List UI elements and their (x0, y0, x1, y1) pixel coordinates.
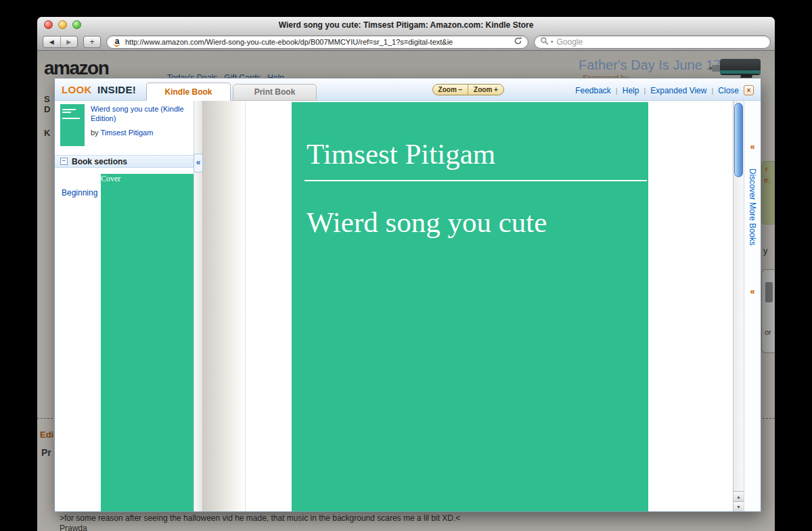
search-input[interactable] (556, 37, 765, 47)
back-button[interactable]: ◀ (43, 37, 60, 47)
cover-rule (304, 180, 647, 181)
search-bar[interactable]: ▾ (534, 35, 771, 49)
section-link-beginning[interactable]: Beginning (62, 188, 97, 198)
reading-pane: Timsest Pitigam Wierd song you cute (203, 101, 733, 511)
window-controls (44, 20, 81, 29)
book-title-link[interactable]: Wierd song you cute (Kindle Edition) (91, 105, 189, 124)
separator: | (711, 87, 713, 95)
forward-button[interactable]: ▶ (60, 37, 78, 47)
minimize-window-button[interactable] (58, 20, 67, 29)
author-link[interactable]: Timsest Pitigam (100, 129, 153, 137)
page-edge-shading (203, 101, 245, 511)
collapse-sections-icon[interactable]: − (60, 158, 68, 165)
expand-discover-icon[interactable]: « (744, 141, 761, 152)
zoom-controls: Zoom − Zoom + (432, 84, 504, 95)
add-bookmark-button[interactable]: + (83, 36, 101, 48)
separator: | (644, 87, 646, 95)
expand-discover-icon[interactable]: « (744, 286, 761, 296)
close-window-button[interactable] (44, 20, 53, 29)
inside-label: INSIDE! (97, 84, 136, 95)
history-nav: ◀ ▶ (43, 36, 78, 48)
zoom-window-button[interactable] (72, 20, 81, 29)
cover-author-text: Timsest Pitigam (307, 137, 648, 170)
tab-print-book[interactable]: Print Book (233, 84, 317, 101)
scroll-up-button[interactable]: ▲ (734, 491, 744, 501)
book-cover-thumbnail[interactable] (60, 104, 85, 146)
separator: | (616, 87, 618, 95)
zoom-in-button[interactable]: Zoom + (468, 85, 503, 95)
book-cover-image: Timsest Pitigam Wierd song you cute (292, 102, 648, 511)
expanded-view-link[interactable]: Expanded View (650, 86, 706, 95)
cover-title-text: Wierd song you cute (307, 206, 648, 239)
address-bar[interactable]: a (106, 35, 528, 49)
scroll-down-button[interactable]: ▼ (734, 501, 744, 511)
book-sections-header[interactable]: − Book sections (55, 155, 194, 168)
help-link[interactable]: Help (623, 86, 639, 95)
amazon-favicon-icon: a (112, 37, 122, 47)
discover-more-books-tab[interactable]: « Discover More Books « (744, 101, 761, 511)
look-inside-logo: LOOK INSIDE! (62, 84, 136, 95)
tab-kindle-book[interactable]: Kindle Book (146, 83, 231, 101)
window-title: Wierd song you cute: Timsest Pitigam: Am… (125, 20, 687, 30)
close-reader-icon[interactable]: × (744, 85, 754, 95)
discover-more-books-label: Discover More Books (748, 168, 757, 246)
reader-scrollbar[interactable]: ▲ ▼ (733, 101, 744, 511)
search-icon (540, 36, 549, 48)
scrollbar-thumb[interactable] (734, 103, 743, 177)
browser-chrome: Wierd song you cute: Timsest Pitigam: Am… (37, 17, 775, 51)
collapse-sidebar-button[interactable]: « (194, 154, 203, 172)
refresh-icon[interactable] (514, 36, 522, 48)
reader-links: Feedback | Help | Expanded View | Close … (575, 85, 754, 95)
book-page: Timsest Pitigam Wierd song you cute (245, 101, 694, 511)
browser-window: Wierd song you cute: Timsest Pitigam: Am… (37, 17, 775, 531)
scrollbar-buttons: ▲ ▼ (734, 491, 744, 511)
by-label: by (91, 129, 100, 137)
reader-sidebar: Wierd song you cute (Kindle Edition) by … (55, 101, 194, 511)
url-input[interactable] (125, 38, 511, 46)
zoom-out-button[interactable]: Zoom − (433, 85, 468, 95)
reader-body: Wierd song you cute (Kindle Edition) by … (55, 101, 761, 511)
search-engine-dropdown-icon[interactable]: ▾ (551, 39, 554, 45)
close-link[interactable]: Close (718, 86, 739, 95)
look-inside-reader: LOOK INSIDE! Kindle Book Print Book Zoom… (54, 78, 761, 512)
feedback-link[interactable]: Feedback (575, 86, 611, 95)
sections-title: Book sections (72, 157, 127, 166)
reader-header: LOOK INSIDE! Kindle Book Print Book Zoom… (55, 78, 761, 101)
look-label: LOOK (62, 84, 92, 95)
page-content: amazon Today's Deals Gift Cards Help Spo… (37, 51, 775, 531)
byline: by Timsest Pitigam (91, 129, 153, 137)
